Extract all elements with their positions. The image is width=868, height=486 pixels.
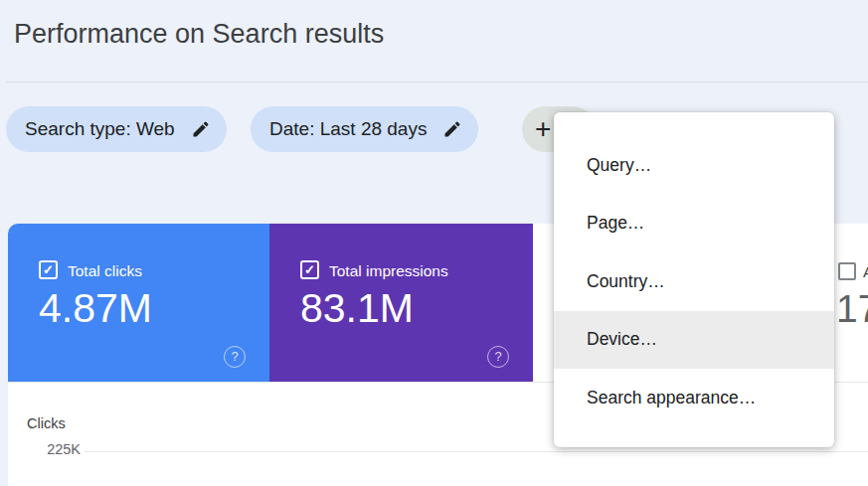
date-range-chip[interactable]: Date: Last 28 days xyxy=(251,106,478,152)
header-divider xyxy=(5,81,868,82)
total-clicks-label: Total clicks xyxy=(68,262,142,280)
total-impressions-card[interactable]: ✓ Total impressions 83.1M ? xyxy=(269,224,533,382)
chart-axis-label: Clicks xyxy=(27,415,66,431)
page-title: Performance on Search results xyxy=(14,19,384,50)
help-icon[interactable]: ? xyxy=(224,346,246,368)
edit-icon[interactable] xyxy=(191,119,211,139)
filter-dropdown-menu: Query… Page… Country… Device… Search app… xyxy=(554,112,834,447)
search-type-chip[interactable]: Search type: Web xyxy=(6,106,227,152)
total-impressions-label: Total impressions xyxy=(329,262,448,280)
total-impressions-checkbox[interactable]: ✓ xyxy=(300,260,319,279)
search-type-chip-label: Search type: Web xyxy=(25,118,175,140)
menu-item-page[interactable]: Page… xyxy=(554,195,834,253)
total-clicks-checkbox[interactable]: ✓ xyxy=(39,260,58,279)
date-range-chip-label: Date: Last 28 days xyxy=(269,118,427,140)
average-metric-checkbox[interactable] xyxy=(838,262,856,280)
chart-gridline xyxy=(85,451,868,452)
menu-item-country[interactable]: Country… xyxy=(554,252,834,311)
average-metric-value: 17 xyxy=(836,287,868,331)
menu-item-search-appearance[interactable]: Search appearance… xyxy=(554,369,834,427)
total-impressions-value: 83.1M xyxy=(300,285,414,332)
plus-icon: + xyxy=(535,106,551,151)
total-clicks-card[interactable]: ✓ Total clicks 4.87M ? xyxy=(8,224,269,382)
edit-icon[interactable] xyxy=(442,119,462,139)
menu-item-query[interactable]: Query… xyxy=(554,136,834,195)
chart-tick-label: 225K xyxy=(33,441,81,457)
help-icon[interactable]: ? xyxy=(487,346,509,368)
menu-item-device[interactable]: Device… xyxy=(554,311,834,370)
total-clicks-value: 4.87M xyxy=(39,285,152,332)
average-metric-label: A xyxy=(863,263,868,281)
